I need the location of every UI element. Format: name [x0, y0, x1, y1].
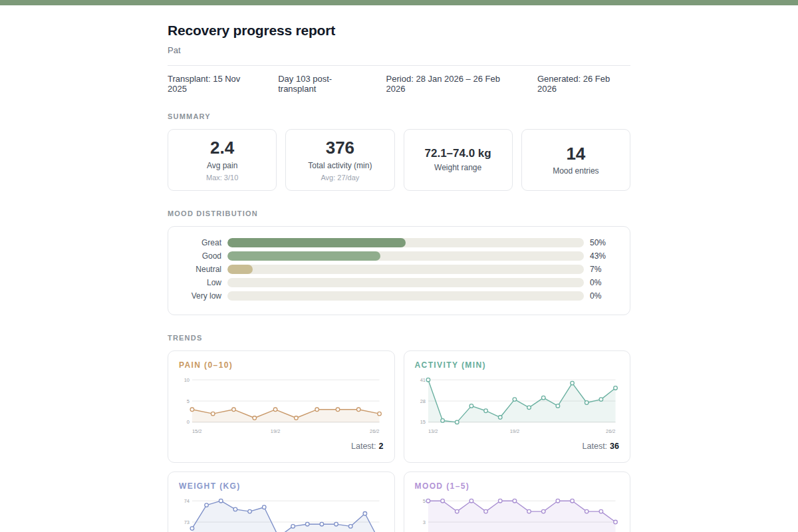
mood-row-label: Good	[184, 251, 221, 261]
pain-x-tick-label: 26/2	[370, 428, 380, 434]
pain-y-tick-label: 5	[187, 398, 190, 404]
mood-y-tick-label: 5	[422, 498, 425, 504]
summary-card: 376 Total activity (min) Avg: 27/day	[285, 129, 394, 191]
mood-row-percentage: 43%	[590, 251, 614, 261]
summary-card: 2.4 Avg pain Max: 3/10	[168, 129, 277, 191]
mood-row-percentage: 7%	[590, 265, 614, 274]
pain-trend-card: PAIN (0–10) 105015/219/226/2 Latest:2	[168, 350, 395, 463]
mood-row-percentage: 50%	[590, 238, 614, 247]
trend-grid: PAIN (0–10) 105015/219/226/2 Latest:2 AC…	[168, 350, 630, 532]
trend-latest-label: Latest:	[583, 442, 608, 451]
mood-distribution-row: Good 43%	[184, 251, 614, 261]
top-accent-bar	[0, 0, 798, 5]
activity-y-tick-label: 41	[420, 377, 425, 383]
summary-card-subtext: Max: 3/10	[206, 174, 238, 182]
trend-card-title: ACTIVITY (MIN)	[415, 360, 620, 370]
mood-row-track	[227, 238, 584, 247]
mood-trend-card: MOOD (1–5) 53113/219/226/2 Latest:3	[404, 471, 631, 532]
trend-card-title: MOOD (1–5)	[415, 481, 620, 491]
mood-row-fill-bar	[227, 251, 380, 261]
mood-distribution-panel: Great 50% Good 43% Neutral 7% Low 0% Ver…	[168, 226, 630, 315]
activity-line-chart: 41281513/219/226/2	[415, 374, 620, 438]
summary-section-label: SUMMARY	[168, 112, 630, 120]
summary-grid: 2.4 Avg pain Max: 3/10 376 Total activit…	[168, 129, 630, 191]
report-container: Recovery progress report Pat Transplant:…	[168, 5, 630, 532]
mood-line-chart: 53113/219/226/2	[415, 495, 620, 532]
mood-y-tick-label: 3	[422, 519, 425, 525]
mood-row-track	[227, 265, 584, 274]
mood-row-track	[227, 251, 584, 261]
summary-card-label: Mood entries	[553, 166, 598, 176]
mood-distribution-section-label: MOOD DISTRIBUTION	[168, 209, 630, 217]
trend-latest-value: 2	[379, 442, 384, 451]
weight-trend-card: WEIGHT (KG) 74737213/219/226/2 Latest:72…	[168, 471, 395, 532]
mood-row-track	[227, 278, 584, 287]
header-divider	[168, 65, 630, 66]
meta-item: Transplant: 15 Nov 2025	[168, 74, 261, 94]
summary-card: 14 Mood entries	[521, 129, 630, 191]
meta-item: Period: 28 Jan 2026 – 26 Feb 2026	[386, 74, 520, 94]
weight-y-tick-label: 73	[184, 519, 190, 525]
trend-latest-line: Latest:36	[415, 442, 620, 451]
pain-x-tick-label: 15/2	[192, 428, 202, 434]
mood-row-label: Great	[184, 238, 221, 247]
activity-x-tick-label: 19/2	[509, 428, 519, 434]
mood-row-label: Very low	[184, 291, 221, 301]
activity-x-tick-label: 26/2	[606, 428, 616, 434]
mood-row-fill-bar	[227, 238, 406, 247]
mood-row-label: Neutral	[184, 265, 221, 274]
activity-trend-card: ACTIVITY (MIN) 41281513/219/226/2 Latest…	[404, 350, 631, 463]
pain-line-chart: 105015/219/226/2	[179, 374, 384, 438]
trend-card-title: WEIGHT (KG)	[179, 481, 384, 491]
summary-card-value: 2.4	[210, 138, 234, 158]
mood-distribution-row: Neutral 7%	[184, 265, 614, 274]
summary-card-label: Weight range	[434, 163, 481, 172]
pain-y-tick-label: 0	[187, 419, 190, 425]
pain-y-tick-label: 10	[184, 377, 190, 383]
mood-distribution-row: Great 50%	[184, 238, 614, 247]
meta-item: Day 103 post-transplant	[278, 74, 368, 94]
weight-line-chart: 74737213/219/226/2	[179, 495, 384, 532]
activity-y-tick-label: 15	[420, 419, 425, 425]
mood-row-track	[227, 291, 584, 301]
weight-y-tick-label: 74	[184, 498, 190, 504]
summary-card-label: Total activity (min)	[308, 161, 372, 170]
trend-latest-value: 36	[610, 442, 619, 451]
activity-x-tick-label: 13/2	[428, 428, 438, 434]
meta-item: Generated: 26 Feb 2026	[537, 74, 630, 94]
summary-card-value: 376	[326, 138, 354, 158]
summary-card-value: 14	[566, 144, 585, 164]
trend-latest-line: Latest:2	[179, 442, 384, 451]
mood-row-percentage: 0%	[590, 278, 614, 287]
mood-row-fill-bar	[227, 265, 253, 274]
mood-distribution-row: Low 0%	[184, 278, 614, 287]
patient-name: Pat	[168, 45, 630, 55]
summary-card-label: Avg pain	[207, 161, 237, 170]
summary-card: 72.1–74.0 kg Weight range	[404, 129, 513, 191]
mood-row-label: Low	[184, 278, 221, 287]
summary-card-value: 72.1–74.0 kg	[425, 148, 491, 160]
trend-latest-label: Latest:	[351, 442, 376, 451]
activity-y-tick-label: 28	[420, 398, 425, 404]
pain-x-tick-label: 19/2	[271, 428, 281, 434]
trends-section-label: TRENDS	[168, 334, 630, 342]
mood-distribution-row: Very low 0%	[184, 291, 614, 301]
trend-card-title: PAIN (0–10)	[179, 360, 384, 370]
meta-row: Transplant: 15 Nov 2025Day 103 post-tran…	[168, 74, 630, 94]
mood-row-percentage: 0%	[590, 291, 614, 301]
page-title: Recovery progress report	[168, 23, 630, 39]
summary-card-subtext: Avg: 27/day	[321, 174, 359, 182]
